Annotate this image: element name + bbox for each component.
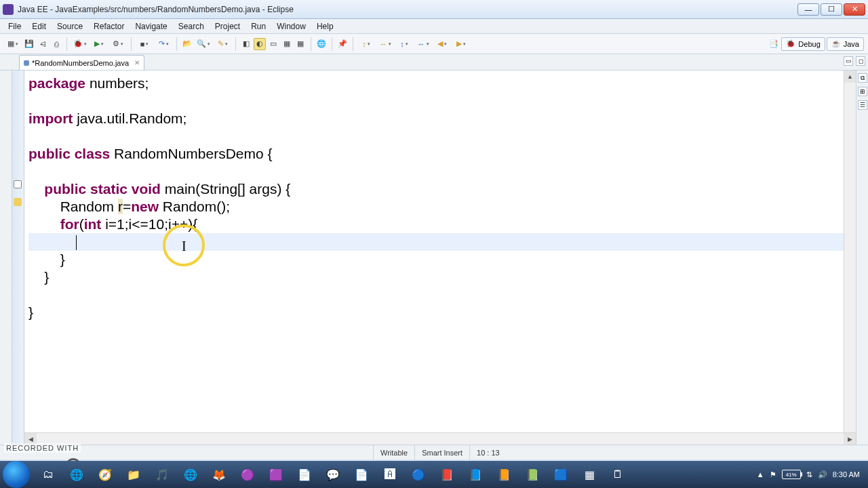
nav-last-button[interactable]: ↕ (357, 38, 375, 50)
save-all-button[interactable]: ⩤ (37, 38, 49, 50)
toolbar-separator (66, 37, 67, 51)
menu-source[interactable]: Source (52, 20, 88, 33)
menu-search[interactable]: Search (173, 20, 210, 33)
recording-watermark: RECORDED WITH (4, 443, 81, 453)
editor-tab[interactable]: *RandomNumbersDemo.java ✕ (19, 55, 144, 70)
perspective-debug[interactable]: 🐞Debug (781, 37, 825, 51)
tab-minimize-icon[interactable]: ▭ (844, 56, 853, 66)
taskbar-app[interactable]: 📕 (433, 464, 460, 485)
taskbar-app[interactable]: 🔵 (405, 464, 432, 485)
kw-package: package (28, 75, 85, 91)
taskbar-app[interactable]: 📘 (462, 464, 489, 485)
taskbar-app[interactable]: 📙 (490, 464, 517, 485)
nav-next-button[interactable]: ↔ (376, 38, 394, 50)
menu-refactor[interactable]: Refactor (88, 20, 130, 33)
editor-vertical-scrollbar[interactable]: ▲ ▼ (844, 70, 856, 447)
next-annotation-button[interactable]: ↕ (395, 38, 413, 50)
code-text (28, 234, 76, 249)
code-text: ( (79, 216, 84, 232)
taskbar-app[interactable]: 📗 (519, 464, 546, 485)
marker-ruler[interactable] (12, 70, 24, 447)
run-button[interactable]: ▶ (90, 38, 108, 50)
task-button[interactable]: ✎ (214, 38, 231, 50)
var-r: r (118, 199, 123, 214)
start-button[interactable] (3, 461, 30, 488)
browser-button[interactable]: 🌐 (315, 38, 328, 50)
tab-maximize-icon[interactable]: ◻ (856, 56, 865, 66)
network-icon[interactable]: ⇅ (806, 470, 812, 479)
prev-annotation-button[interactable]: ↔ (414, 38, 432, 50)
toggle-bp-button[interactable]: ◧ (240, 38, 252, 50)
menu-navigate[interactable]: Navigate (130, 20, 172, 33)
outline-view-icon[interactable]: ⊞ (858, 87, 867, 96)
taskbar-app[interactable]: 🦊 (205, 464, 233, 485)
save-button[interactable]: 💾 (23, 38, 35, 50)
skip-bp-button[interactable]: ◐ (254, 38, 266, 50)
minimize-button[interactable]: — (797, 3, 819, 16)
print-button[interactable]: ⎙ (50, 38, 62, 50)
code-editor[interactable]: package numbers; import java.util.Random… (24, 70, 856, 447)
block-sel-button[interactable]: ▦ (294, 38, 307, 50)
taskbar-app[interactable]: 🌐 (177, 464, 204, 485)
taskbar-app[interactable]: ▦ (576, 464, 603, 485)
menu-project[interactable]: Project (210, 20, 245, 33)
taskbar-app[interactable]: 📄 (291, 464, 318, 485)
taskbar-app[interactable]: 🟪 (262, 464, 290, 485)
taskbar-app[interactable]: 🟣 (234, 464, 261, 485)
menu-edit[interactable]: Edit (26, 20, 52, 33)
kw-public: public (44, 181, 86, 197)
menu-help[interactable]: Help (311, 20, 339, 33)
taskbar-app[interactable]: 🗒 (604, 464, 631, 485)
scrollbar-track[interactable] (37, 433, 844, 445)
restore-view-icon[interactable]: ⧉ (858, 73, 867, 83)
open-perspective-button[interactable]: 📑 (768, 38, 780, 50)
battery-icon[interactable]: 41% (782, 470, 801, 479)
close-button[interactable]: ✕ (844, 3, 865, 16)
taskbar-app[interactable]: 🧭 (92, 464, 119, 485)
editor-horizontal-scrollbar[interactable]: ◀ ▶ (24, 432, 856, 445)
code-text: } (28, 251, 850, 268)
new-server-button[interactable]: ■ (136, 38, 153, 50)
mark-button[interactable]: ▭ (267, 38, 279, 50)
search-button[interactable]: 🔍 (195, 38, 212, 50)
kw-int: int (84, 216, 102, 232)
tray-overflow-icon[interactable]: ▲ (757, 470, 764, 479)
fold-collapse-icon[interactable] (14, 180, 22, 188)
maximize-button[interactable]: ☐ (821, 3, 842, 16)
forward-button[interactable]: ▶ (452, 38, 470, 50)
taskbar-app[interactable]: 🟦 (547, 464, 574, 485)
volume-icon[interactable]: 🔊 (818, 470, 827, 479)
taskbar-app[interactable]: 🎵 (149, 464, 176, 485)
task-view-icon[interactable]: ☰ (858, 100, 867, 110)
taskbar-app[interactable]: 📄 (348, 464, 375, 485)
taskbar-app[interactable]: 🅰 (376, 464, 403, 485)
scroll-up-icon[interactable]: ▲ (844, 70, 856, 83)
menu-run[interactable]: Run (245, 20, 271, 33)
pin-button[interactable]: 📌 (336, 38, 349, 50)
flag-icon[interactable]: ⚑ (770, 470, 776, 479)
new-button[interactable]: ▦ (4, 38, 22, 50)
kw-import: import (28, 110, 73, 126)
perspective-label: Java (844, 40, 859, 48)
tray-clock[interactable]: 8:30 AM (833, 470, 860, 479)
back-button[interactable]: ◀ (433, 38, 451, 50)
perspective-java[interactable]: ☕Java (827, 37, 864, 51)
show-ws-button[interactable]: ▦ (281, 38, 293, 50)
warning-marker-icon[interactable] (14, 198, 22, 206)
taskbar-app[interactable]: 💬 (319, 464, 347, 485)
perspective-label: Debug (798, 40, 820, 48)
kw-class: class (75, 146, 111, 161)
main-toolbar: ▦ 💾 ⩤ ⎙ 🐞 ▶ ⚙ ■ ↷ 📂 🔍 ✎ ◧ ◐ ▭ ▦ ▦ 🌐 📌 ↕ … (0, 34, 868, 54)
taskbar-app[interactable]: 🗂 (35, 464, 62, 485)
new-servlet-button[interactable]: ↷ (155, 38, 172, 50)
taskbar-app[interactable]: 🌐 (63, 464, 90, 485)
debug-button[interactable]: 🐞 (71, 38, 89, 50)
tab-close-icon[interactable]: ✕ (134, 59, 140, 66)
taskbar-app[interactable]: 📁 (120, 464, 147, 485)
run-ext-button[interactable]: ⚙ (109, 38, 127, 50)
open-type-button[interactable]: 📂 (181, 38, 193, 50)
menu-file[interactable]: File (3, 20, 26, 33)
menu-window[interactable]: Window (271, 20, 311, 33)
scrollbar-track[interactable] (844, 83, 856, 435)
scroll-right-icon[interactable]: ▶ (844, 433, 856, 445)
